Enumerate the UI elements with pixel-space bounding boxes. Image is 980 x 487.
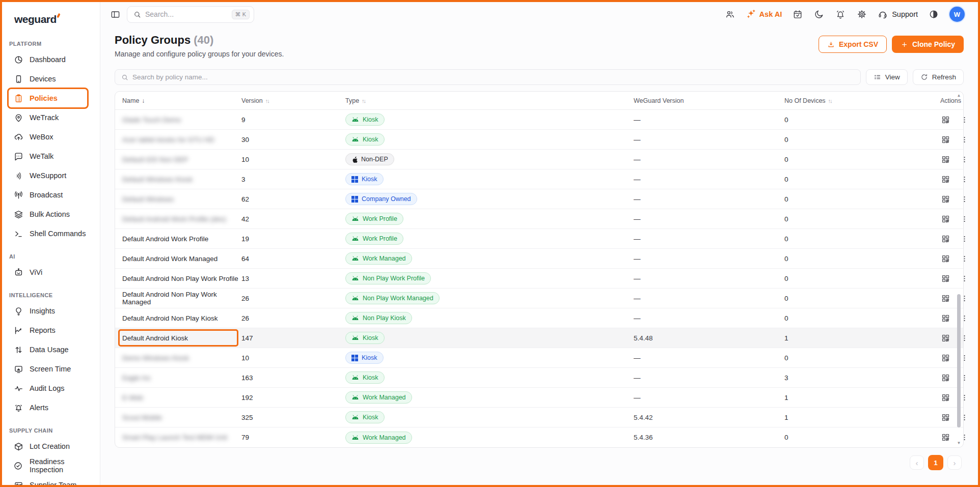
sidebar-nav: PLATFORMDashboardDevicesPoliciesWeTrackW… xyxy=(2,38,100,485)
policy-search-input[interactable] xyxy=(132,73,854,81)
qr-code-button[interactable] xyxy=(940,154,950,164)
column-header-name[interactable]: Name↓ xyxy=(122,97,241,104)
ask-ai-button[interactable]: Ask AI xyxy=(746,9,782,19)
supplier-team-icon xyxy=(14,480,23,485)
table-row[interactable]: Eagle Inc163Kiosk—3 xyxy=(115,368,963,388)
prev-page-button[interactable]: ‹ xyxy=(910,455,924,470)
sidebar-item-wesupport[interactable]: WeSupport xyxy=(2,166,100,185)
table-row[interactable]: Default Android Non Play Work Managed26N… xyxy=(115,289,963,308)
table-row[interactable]: Scout Mobile325Kiosk5.4.421 xyxy=(115,408,963,427)
sidebar-item-devices[interactable]: Devices xyxy=(2,69,100,89)
sidebar-toggle-icon[interactable] xyxy=(108,8,122,21)
cell-weguard-version: — xyxy=(634,295,784,302)
sidebar-item-shell-commands[interactable]: Shell Commands xyxy=(2,224,100,243)
qr-code-button[interactable] xyxy=(940,174,950,184)
policy-search[interactable] xyxy=(115,69,861,85)
column-header-no-of-devices[interactable]: No Of Devices↑↓ xyxy=(784,97,940,104)
scrollbar-thumb[interactable] xyxy=(957,294,961,428)
notifications-icon[interactable] xyxy=(835,9,846,20)
sidebar-item-screen-time[interactable]: Screen Time xyxy=(2,359,100,379)
table-row[interactable]: Default Android Non Play Kiosk26Non Play… xyxy=(115,308,963,328)
qr-code-button[interactable] xyxy=(940,412,950,422)
table-row[interactable]: Default Android Non Play Work Profile13N… xyxy=(115,269,963,289)
cell-name: Smart Play Launch Test MDM Unit xyxy=(122,427,241,447)
sidebar-item-readiness-inspection[interactable]: Readiness Inspection xyxy=(2,456,100,475)
table-row[interactable]: Default iOS Non DEP10Non-DEP—0 xyxy=(115,150,963,169)
devices-icon xyxy=(13,74,23,84)
qr-code-button[interactable] xyxy=(940,273,950,283)
qr-code-button[interactable] xyxy=(940,253,950,264)
sidebar-item-reports[interactable]: Reports xyxy=(2,321,100,340)
qr-code-button[interactable] xyxy=(940,293,950,303)
sidebar-item-wetrack[interactable]: WeTrack xyxy=(2,108,100,127)
view-button[interactable]: View xyxy=(866,69,908,85)
table-row[interactable]: Default Android Work Managed64Work Manag… xyxy=(115,249,963,269)
avatar[interactable]: W xyxy=(949,7,965,22)
table-row[interactable]: E-Web192Work Managed—1 xyxy=(115,388,963,408)
clone-policy-button[interactable]: Clone Policy xyxy=(892,36,964,53)
cell-weguard-version: — xyxy=(634,275,784,282)
type-badge: Non Play Work Managed xyxy=(345,292,440,304)
qr-code-button[interactable] xyxy=(940,333,950,343)
column-header-type[interactable]: Type↑↓ xyxy=(345,97,634,104)
qr-code-button[interactable] xyxy=(940,433,950,443)
global-search-input[interactable] xyxy=(145,10,228,18)
scroll-up-arrow[interactable]: ▲ xyxy=(956,94,962,98)
qr-code-button[interactable] xyxy=(940,392,950,403)
sidebar-item-policies[interactable]: Policies xyxy=(2,89,100,108)
global-search[interactable]: ⌘ K xyxy=(127,6,254,23)
scroll-down-arrow[interactable]: ▼ xyxy=(956,441,962,445)
shell-commands-icon xyxy=(13,228,23,239)
qr-code-button[interactable] xyxy=(940,234,950,244)
table-row[interactable]: Default Windows Kiosk3Kiosk—0 xyxy=(115,169,963,189)
table-row[interactable]: Glade Touch Demo9Kiosk—0 xyxy=(115,110,963,130)
dark-mode-icon[interactable] xyxy=(813,9,825,20)
refresh-button[interactable]: Refresh xyxy=(913,69,964,85)
qr-code-button[interactable] xyxy=(940,373,950,383)
lot-creation-icon xyxy=(13,441,23,451)
next-page-button[interactable]: › xyxy=(947,455,962,470)
table-row[interactable]: Acer tablet kiosks for GTU HD30Kiosk—0 xyxy=(115,130,963,150)
cell-name: E-Web xyxy=(122,388,241,407)
sidebar-item-audit-logs[interactable]: Audit Logs xyxy=(2,379,100,398)
theme-contrast-icon[interactable] xyxy=(928,9,939,20)
qr-code-button[interactable] xyxy=(940,134,950,145)
current-page-button[interactable]: 1 xyxy=(928,455,943,470)
type-badge-label: Kiosk xyxy=(362,354,377,361)
cell-devices: 0 xyxy=(784,314,940,322)
export-csv-button[interactable]: Export CSV xyxy=(819,36,887,53)
sidebar-item-bulk-actions[interactable]: Bulk Actions xyxy=(2,205,100,224)
table-row[interactable]: Default Android Kiosk147Kiosk5.4.481 xyxy=(115,328,963,348)
table-row[interactable]: Smart Play Launch Test MDM Unit79Work Ma… xyxy=(115,427,963,447)
column-header-version[interactable]: Version↑↓ xyxy=(241,97,345,104)
main-area: ⌘ K Ask AI xyxy=(100,2,978,485)
table-scrollbar[interactable]: ▲ ▼ xyxy=(956,94,962,445)
settings-gear-icon[interactable] xyxy=(856,9,867,20)
version-value: 3 xyxy=(241,176,246,183)
table-row[interactable]: Demo Windows Kiosk10Kiosk—0 xyxy=(115,348,963,368)
sidebar-item-wetalk[interactable]: WeTalk xyxy=(2,147,100,166)
sidebar-item-data-usage[interactable]: Data Usage xyxy=(2,340,100,359)
sidebar-item-alerts[interactable]: Alerts xyxy=(2,398,100,417)
sidebar-item-vivi[interactable]: ViVi xyxy=(2,263,100,282)
qr-code-button[interactable] xyxy=(940,114,950,125)
qr-code-button[interactable] xyxy=(940,194,950,204)
qr-code-button[interactable] xyxy=(940,353,950,363)
table-row[interactable]: Default Windows62Company Owned—0 xyxy=(115,189,963,209)
users-icon[interactable] xyxy=(724,9,736,20)
sidebar-item-dashboard[interactable]: Dashboard xyxy=(2,50,100,69)
cell-version: 3 xyxy=(241,176,345,183)
support-button[interactable]: Support xyxy=(878,9,918,19)
calendar-icon[interactable] xyxy=(792,9,803,20)
sidebar-item-supplier-team[interactable]: Supplier Team xyxy=(2,475,100,485)
table-row[interactable]: Default Android Work Profile (dev)42Work… xyxy=(115,209,963,229)
sidebar-item-insights[interactable]: Insights xyxy=(2,301,100,321)
sidebar-item-broadcast[interactable]: Broadcast xyxy=(2,185,100,205)
qr-code-button[interactable] xyxy=(940,214,950,224)
app-window: weguard PLATFORMDashboardDevicesPolicies… xyxy=(0,0,980,487)
sidebar-item-lot-creation[interactable]: Lot Creation xyxy=(2,437,100,456)
sidebar-item-webox[interactable]: WeBox xyxy=(2,127,100,147)
qr-code-button[interactable] xyxy=(940,313,950,323)
table-row[interactable]: Default Android Work Profile19Work Profi… xyxy=(115,229,963,249)
devices-count: 0 xyxy=(784,255,788,263)
